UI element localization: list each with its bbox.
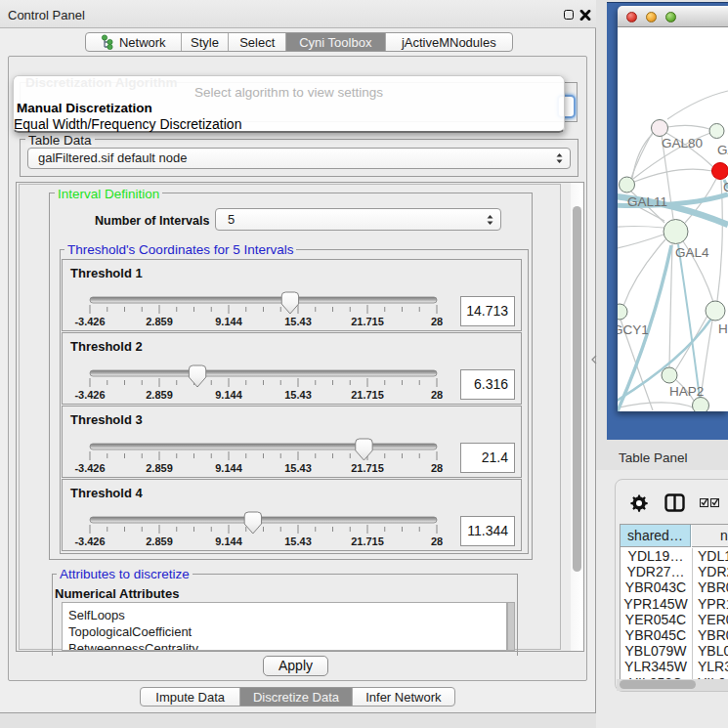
svg-text:21.715: 21.715 bbox=[351, 316, 384, 327]
svg-text:15.43: 15.43 bbox=[284, 535, 312, 547]
svg-text:21.715: 21.715 bbox=[351, 462, 384, 474]
svg-text:H: H bbox=[718, 321, 728, 336]
svg-text:GA: GA bbox=[717, 143, 728, 157]
svg-text:GCY1: GCY1 bbox=[618, 322, 649, 337]
svg-text:9.144: 9.144 bbox=[215, 316, 242, 327]
svg-text:9.144: 9.144 bbox=[215, 389, 242, 401]
svg-text:28: 28 bbox=[431, 316, 443, 327]
svg-text:-3.426: -3.426 bbox=[74, 535, 105, 547]
svg-text:-3.426: -3.426 bbox=[74, 462, 105, 474]
svg-text:15.43: 15.43 bbox=[284, 389, 312, 401]
svg-text:2.859: 2.859 bbox=[146, 535, 173, 547]
svg-text:-3.426: -3.426 bbox=[74, 316, 105, 327]
svg-text:28: 28 bbox=[431, 535, 443, 547]
svg-text:GAL80: GAL80 bbox=[662, 136, 703, 150]
svg-text:GAL4: GAL4 bbox=[675, 245, 709, 260]
svg-text:2.859: 2.859 bbox=[146, 389, 173, 401]
svg-text:28: 28 bbox=[431, 389, 443, 401]
svg-text:21.715: 21.715 bbox=[351, 535, 384, 547]
svg-text:15.43: 15.43 bbox=[284, 316, 312, 327]
svg-text:2.859: 2.859 bbox=[146, 462, 173, 474]
svg-text:-3.426: -3.426 bbox=[74, 389, 105, 401]
svg-text:15.43: 15.43 bbox=[284, 462, 312, 474]
svg-text:HAP2: HAP2 bbox=[669, 384, 704, 399]
svg-text:GAL11: GAL11 bbox=[627, 194, 667, 209]
svg-text:28: 28 bbox=[431, 462, 443, 474]
svg-text:9.144: 9.144 bbox=[215, 462, 242, 474]
svg-text:21.715: 21.715 bbox=[351, 389, 384, 401]
svg-text:C: C bbox=[723, 180, 728, 194]
svg-text:2.859: 2.859 bbox=[146, 316, 173, 327]
svg-text:9.144: 9.144 bbox=[215, 535, 242, 547]
